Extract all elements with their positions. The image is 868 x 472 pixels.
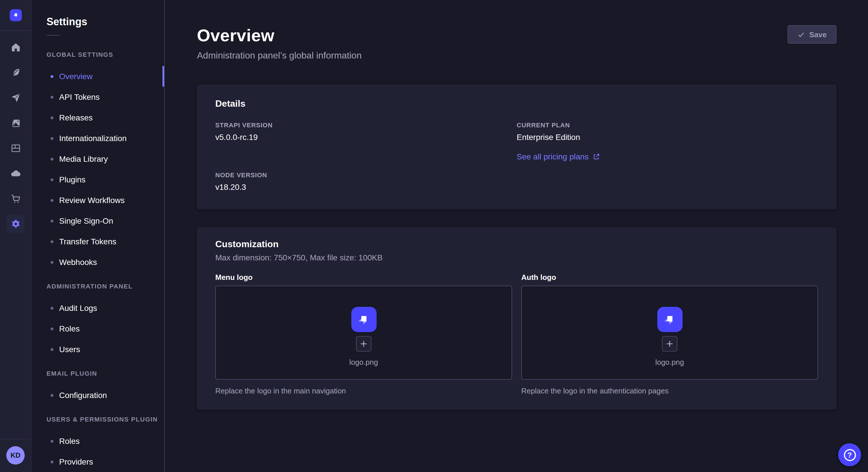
sidebar-item-overview[interactable]: Overview [32,66,164,87]
sidebar-item-label: Providers [59,457,93,467]
sidebar-item-roles[interactable]: Roles [32,318,164,339]
sidebar-item-label: Audit Logs [59,303,97,313]
sidebar-item-label: Internationalization [59,133,127,143]
sidebar-item-providers[interactable]: Providers [32,451,164,472]
cart-icon[interactable] [3,186,28,211]
settings-subnav: Settings GLOBAL SETTINGSOverviewAPI Toke… [32,0,165,472]
customization-card: Customization Max dimension: 750×750, Ma… [197,227,836,409]
sidebar-item-media-library[interactable]: Media Library [32,148,164,169]
bullet-icon [51,394,53,397]
layout-icon[interactable] [3,135,28,161]
paper-plane-icon[interactable] [3,85,28,110]
sidebar-item-label: Single Sign-On [59,216,113,226]
icon-rail: KD [0,0,32,472]
pricing-plans-link-label: See all pricing plans [517,151,589,162]
save-button[interactable]: Save [787,25,836,43]
bullet-icon [51,178,53,181]
nav-section-label: USERS & PERMISSIONS PLUGIN [46,415,164,424]
sidebar-item-label: Media Library [59,154,108,164]
field-value: v5.0.0-rc.19 [215,132,517,142]
page-title: Overview [197,25,836,46]
user-avatar[interactable]: KD [6,446,25,465]
rail-divider [0,439,31,439]
menu-logo-label: Menu logo [215,273,512,282]
sidebar-item-internationalization[interactable]: Internationalization [32,128,164,148]
bullet-icon [51,158,53,160]
auth-logo-preview [657,307,682,332]
logo-upload-row: Menu logo logo.png [215,273,818,396]
current-plan-field: CURRENT PLAN Enterprise Edition See all … [517,121,818,162]
question-mark-icon: ? [844,449,856,461]
main-content: Overview Administration panel’s global i… [165,0,868,472]
auth-logo-field: Auth logo logo.png [521,273,818,396]
sidebar-item-plugins[interactable]: Plugins [32,169,164,190]
strapi-version-field: STRAPI VERSION v5.0.0-rc.19 [215,121,517,142]
node-version-field: NODE VERSION v18.20.3 [215,171,517,192]
sidebar-item-audit-logs[interactable]: Audit Logs [32,298,164,318]
nav-section-label: ADMINISTRATION PANEL [46,281,164,291]
bullet-icon [51,460,53,463]
bullet-icon [51,199,53,202]
menu-logo-filename: logo.png [349,358,378,367]
nav-section-label: GLOBAL SETTINGS [46,50,164,59]
sidebar-item-webhooks[interactable]: Webhooks [32,252,164,272]
page-header: Overview Administration panel’s global i… [197,0,836,61]
strapi-mark-icon [662,312,677,327]
details-card: Details STRAPI VERSION v5.0.0-rc.19 NODE… [197,84,836,209]
strapi-logo[interactable] [9,9,22,21]
menu-logo-dropzone: logo.png [215,285,512,380]
sidebar-item-label: Review Workflows [59,195,125,205]
field-label: CURRENT PLAN [517,121,818,129]
external-link-icon [593,153,600,160]
subnav-title: Settings [46,15,164,28]
pricing-plans-link[interactable]: See all pricing plans [517,151,600,162]
bullet-icon [51,307,53,309]
details-left-column: STRAPI VERSION v5.0.0-rc.19 NODE VERSION… [215,121,517,192]
sidebar-item-label: Releases [59,112,93,123]
sidebar-item-roles[interactable]: Roles [32,431,164,451]
cloud-icon[interactable] [3,161,28,186]
bullet-icon [51,440,53,442]
field-label: STRAPI VERSION [215,121,517,129]
menu-logo-caption: Replace the logo in the main navigation [215,386,512,396]
home-icon[interactable] [3,34,28,60]
page-subtitle: Administration panel’s global informatio… [197,50,836,61]
sidebar-item-single-sign-on[interactable]: Single Sign-On [32,210,164,231]
sidebar-item-configuration[interactable]: Configuration [32,385,164,405]
pictures-icon[interactable] [3,110,28,135]
sidebar-item-label: Roles [59,324,80,334]
rail-bottom: KD [0,439,31,472]
feather-icon[interactable] [3,60,28,85]
gear-icon[interactable] [3,211,28,236]
sidebar-item-label: Transfer Tokens [59,236,116,247]
subnav-title-rule [46,35,60,36]
bullet-icon [51,348,53,351]
menu-logo-preview [351,307,376,332]
active-item-indicator [162,66,164,87]
sidebar-item-api-tokens[interactable]: API Tokens [32,87,164,107]
customization-constraints: Max dimension: 750×750, Max file size: 1… [215,252,818,263]
rail-nav [0,31,31,236]
bullet-icon [51,220,53,222]
strapi-mark-icon [12,11,19,19]
sidebar-item-releases[interactable]: Releases [32,107,164,128]
bullet-icon [51,137,53,140]
auth-logo-label: Auth logo [521,273,818,282]
add-auth-logo-button[interactable] [662,336,677,351]
sidebar-item-transfer-tokens[interactable]: Transfer Tokens [32,231,164,252]
strapi-mark-icon [356,312,371,327]
menu-logo-field: Menu logo logo.png [215,273,512,396]
bullet-icon [51,261,53,264]
sidebar-item-label: API Tokens [59,92,100,102]
sidebar-item-review-workflows[interactable]: Review Workflows [32,190,164,210]
bullet-icon [51,327,53,330]
sidebar-item-users[interactable]: Users [32,339,164,360]
subnav-sections: GLOBAL SETTINGSOverviewAPI TokensRelease… [32,50,164,472]
help-button[interactable]: ? [838,443,861,466]
check-icon [797,31,805,38]
bullet-icon [51,240,53,243]
plus-icon [360,339,368,348]
save-button-label: Save [809,30,827,39]
add-menu-logo-button[interactable] [356,336,371,351]
field-value: v18.20.3 [215,182,517,192]
